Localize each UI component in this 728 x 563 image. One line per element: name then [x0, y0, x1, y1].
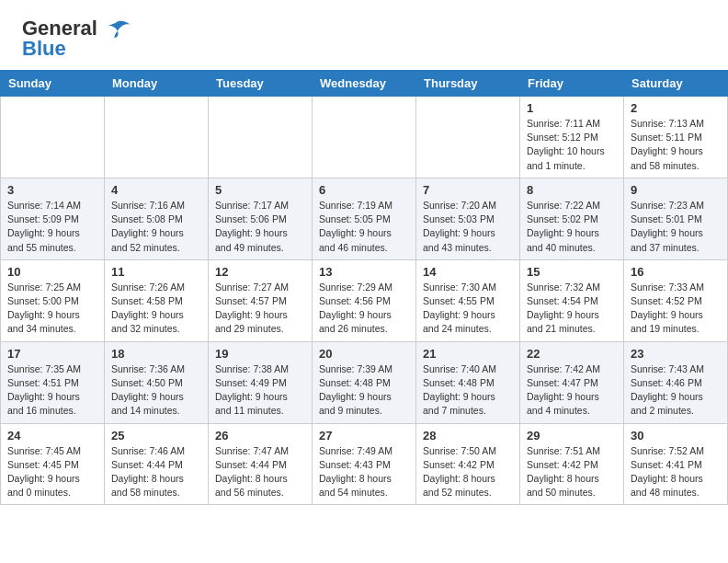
- day-detail: Sunrise: 7:17 AM Sunset: 5:06 PM Dayligh…: [215, 199, 305, 255]
- calendar-cell: 10Sunrise: 7:25 AM Sunset: 5:00 PM Dayli…: [1, 259, 105, 341]
- day-detail: Sunrise: 7:19 AM Sunset: 5:05 PM Dayligh…: [319, 199, 409, 255]
- day-number: 4: [111, 183, 201, 197]
- calendar-cell: 20Sunrise: 7:39 AM Sunset: 4:48 PM Dayli…: [313, 341, 416, 423]
- calendar-header-row: SundayMondayTuesdayWednesdayThursdayFrid…: [1, 71, 728, 97]
- day-number: 30: [631, 429, 721, 442]
- day-detail: Sunrise: 7:35 AM Sunset: 4:51 PM Dayligh…: [7, 362, 97, 419]
- day-detail: Sunrise: 7:23 AM Sunset: 5:01 PM Dayligh…: [631, 199, 721, 255]
- day-number: 17: [7, 347, 97, 361]
- calendar-cell: [209, 97, 313, 178]
- logo-bird-icon: [99, 19, 132, 38]
- day-detail: Sunrise: 7:50 AM Sunset: 4:42 PM Dayligh…: [423, 444, 513, 500]
- calendar-cell: 6Sunrise: 7:19 AM Sunset: 5:05 PM Daylig…: [313, 178, 416, 259]
- weekday-header-thursday: Thursday: [416, 71, 520, 97]
- logo-blue: Blue: [22, 37, 66, 61]
- calendar-cell: 23Sunrise: 7:43 AM Sunset: 4:46 PM Dayli…: [624, 341, 728, 423]
- calendar-cell: 7Sunrise: 7:20 AM Sunset: 5:03 PM Daylig…: [416, 178, 520, 259]
- calendar-cell: 21Sunrise: 7:40 AM Sunset: 4:48 PM Dayli…: [416, 341, 520, 423]
- day-detail: Sunrise: 7:14 AM Sunset: 5:09 PM Dayligh…: [7, 199, 97, 255]
- calendar-week-5: 24Sunrise: 7:45 AM Sunset: 4:45 PM Dayli…: [1, 423, 728, 505]
- calendar-week-3: 10Sunrise: 7:25 AM Sunset: 5:00 PM Dayli…: [1, 259, 728, 341]
- calendar-week-2: 3Sunrise: 7:14 AM Sunset: 5:09 PM Daylig…: [1, 178, 728, 259]
- calendar-week-1: 1Sunrise: 7:11 AM Sunset: 5:12 PM Daylig…: [1, 97, 728, 178]
- logo: General Blue: [22, 17, 132, 61]
- page: General Blue SundayMondayTuesdayWednesda…: [0, 0, 728, 505]
- day-number: 3: [7, 183, 97, 197]
- day-number: 21: [423, 347, 513, 361]
- day-number: 29: [527, 429, 617, 442]
- weekday-header-friday: Friday: [520, 71, 624, 97]
- calendar-cell: [105, 97, 209, 178]
- day-detail: Sunrise: 7:25 AM Sunset: 5:00 PM Dayligh…: [7, 281, 97, 337]
- day-detail: Sunrise: 7:29 AM Sunset: 4:56 PM Dayligh…: [319, 281, 409, 337]
- day-detail: Sunrise: 7:40 AM Sunset: 4:48 PM Dayligh…: [423, 362, 513, 419]
- day-number: 18: [111, 347, 201, 361]
- day-number: 2: [631, 101, 721, 115]
- day-number: 22: [527, 347, 617, 361]
- day-detail: Sunrise: 7:11 AM Sunset: 5:12 PM Dayligh…: [527, 117, 617, 173]
- day-detail: Sunrise: 7:38 AM Sunset: 4:49 PM Dayligh…: [215, 362, 305, 419]
- calendar-cell: 13Sunrise: 7:29 AM Sunset: 4:56 PM Dayli…: [313, 259, 416, 341]
- day-detail: Sunrise: 7:16 AM Sunset: 5:08 PM Dayligh…: [111, 199, 201, 255]
- weekday-header-saturday: Saturday: [624, 71, 728, 97]
- weekday-header-sunday: Sunday: [1, 71, 105, 97]
- calendar-cell: 25Sunrise: 7:46 AM Sunset: 4:44 PM Dayli…: [105, 423, 209, 505]
- calendar-cell: 19Sunrise: 7:38 AM Sunset: 4:49 PM Dayli…: [209, 341, 313, 423]
- calendar-cell: [313, 97, 416, 178]
- calendar-cell: 3Sunrise: 7:14 AM Sunset: 5:09 PM Daylig…: [1, 178, 105, 259]
- day-number: 23: [631, 347, 721, 361]
- calendar-cell: 28Sunrise: 7:50 AM Sunset: 4:42 PM Dayli…: [416, 423, 520, 505]
- day-number: 27: [319, 429, 409, 442]
- day-number: 14: [423, 265, 513, 279]
- day-number: 28: [423, 429, 513, 442]
- day-detail: Sunrise: 7:27 AM Sunset: 4:57 PM Dayligh…: [215, 281, 305, 337]
- day-detail: Sunrise: 7:45 AM Sunset: 4:45 PM Dayligh…: [7, 444, 97, 500]
- day-number: 5: [215, 183, 305, 197]
- calendar-cell: [416, 97, 520, 178]
- calendar-cell: 17Sunrise: 7:35 AM Sunset: 4:51 PM Dayli…: [1, 341, 105, 423]
- calendar: SundayMondayTuesdayWednesdayThursdayFrid…: [0, 70, 728, 505]
- day-number: 15: [527, 265, 617, 279]
- day-detail: Sunrise: 7:33 AM Sunset: 4:52 PM Dayligh…: [631, 281, 721, 337]
- calendar-cell: 5Sunrise: 7:17 AM Sunset: 5:06 PM Daylig…: [209, 178, 313, 259]
- weekday-header-wednesday: Wednesday: [313, 71, 416, 97]
- day-detail: Sunrise: 7:43 AM Sunset: 4:46 PM Dayligh…: [631, 362, 721, 419]
- day-number: 16: [631, 265, 721, 279]
- day-detail: Sunrise: 7:47 AM Sunset: 4:44 PM Dayligh…: [215, 444, 305, 500]
- calendar-cell: 22Sunrise: 7:42 AM Sunset: 4:47 PM Dayli…: [520, 341, 624, 423]
- day-detail: Sunrise: 7:42 AM Sunset: 4:47 PM Dayligh…: [527, 362, 617, 419]
- day-detail: Sunrise: 7:22 AM Sunset: 5:02 PM Dayligh…: [527, 199, 617, 255]
- calendar-cell: 18Sunrise: 7:36 AM Sunset: 4:50 PM Dayli…: [105, 341, 209, 423]
- day-detail: Sunrise: 7:52 AM Sunset: 4:41 PM Dayligh…: [631, 444, 721, 500]
- day-detail: Sunrise: 7:36 AM Sunset: 4:50 PM Dayligh…: [111, 362, 201, 419]
- weekday-header-tuesday: Tuesday: [209, 71, 313, 97]
- calendar-cell: 8Sunrise: 7:22 AM Sunset: 5:02 PM Daylig…: [520, 178, 624, 259]
- day-number: 10: [7, 265, 97, 279]
- day-detail: Sunrise: 7:51 AM Sunset: 4:42 PM Dayligh…: [527, 444, 617, 500]
- calendar-cell: 15Sunrise: 7:32 AM Sunset: 4:54 PM Dayli…: [520, 259, 624, 341]
- calendar-cell: 9Sunrise: 7:23 AM Sunset: 5:01 PM Daylig…: [624, 178, 728, 259]
- day-detail: Sunrise: 7:39 AM Sunset: 4:48 PM Dayligh…: [319, 362, 409, 419]
- day-number: 7: [423, 183, 513, 197]
- day-detail: Sunrise: 7:30 AM Sunset: 4:55 PM Dayligh…: [423, 281, 513, 337]
- day-detail: Sunrise: 7:46 AM Sunset: 4:44 PM Dayligh…: [111, 444, 201, 500]
- calendar-cell: 11Sunrise: 7:26 AM Sunset: 4:58 PM Dayli…: [105, 259, 209, 341]
- calendar-cell: 30Sunrise: 7:52 AM Sunset: 4:41 PM Dayli…: [624, 423, 728, 505]
- calendar-cell: 12Sunrise: 7:27 AM Sunset: 4:57 PM Dayli…: [209, 259, 313, 341]
- day-detail: Sunrise: 7:49 AM Sunset: 4:43 PM Dayligh…: [319, 444, 409, 500]
- weekday-header-monday: Monday: [105, 71, 209, 97]
- day-number: 6: [319, 183, 409, 197]
- calendar-week-4: 17Sunrise: 7:35 AM Sunset: 4:51 PM Dayli…: [1, 341, 728, 423]
- calendar-cell: 24Sunrise: 7:45 AM Sunset: 4:45 PM Dayli…: [1, 423, 105, 505]
- day-detail: Sunrise: 7:26 AM Sunset: 4:58 PM Dayligh…: [111, 281, 201, 337]
- calendar-cell: 4Sunrise: 7:16 AM Sunset: 5:08 PM Daylig…: [105, 178, 209, 259]
- calendar-cell: 27Sunrise: 7:49 AM Sunset: 4:43 PM Dayli…: [313, 423, 416, 505]
- day-detail: Sunrise: 7:13 AM Sunset: 5:11 PM Dayligh…: [631, 117, 721, 173]
- calendar-cell: [1, 97, 105, 178]
- day-number: 26: [215, 429, 305, 442]
- day-number: 20: [319, 347, 409, 361]
- day-detail: Sunrise: 7:32 AM Sunset: 4:54 PM Dayligh…: [527, 281, 617, 337]
- day-detail: Sunrise: 7:20 AM Sunset: 5:03 PM Dayligh…: [423, 199, 513, 255]
- calendar-cell: 26Sunrise: 7:47 AM Sunset: 4:44 PM Dayli…: [209, 423, 313, 505]
- calendar-cell: 16Sunrise: 7:33 AM Sunset: 4:52 PM Dayli…: [624, 259, 728, 341]
